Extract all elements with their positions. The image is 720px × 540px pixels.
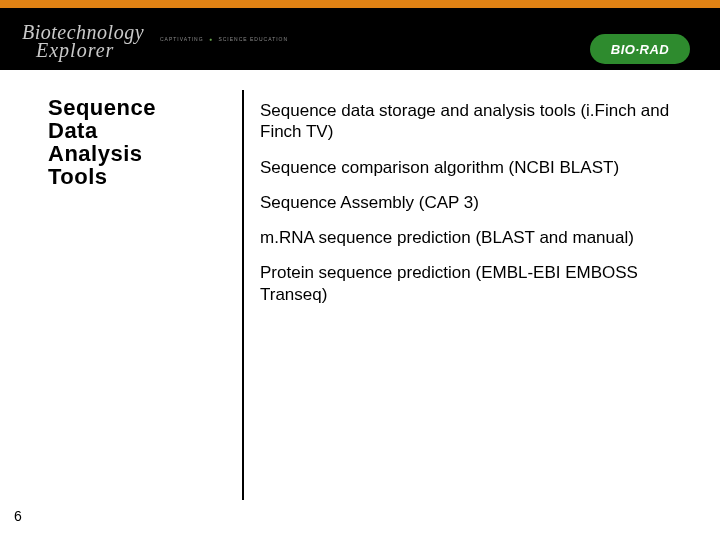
biorad-logo: BIO·RAD <box>590 34 690 64</box>
bullet-3: Sequence Assembly (CAP 3) <box>260 192 690 213</box>
logo-tagline-right: SCIENCE EDUCATION <box>218 36 288 42</box>
accent-bar <box>0 0 720 8</box>
biorad-logo-text: BIO·RAD <box>611 42 669 57</box>
biotechnology-explorer-logo: Biotechnology Explorer CAPTIVATING ● SCI… <box>22 22 144 60</box>
logo-tagline-left: CAPTIVATING <box>160 36 204 42</box>
vertical-divider <box>242 90 244 500</box>
dot-icon: ● <box>209 36 213 42</box>
body-text: Sequence data storage and analysis tools… <box>260 100 690 319</box>
content-area: Sequence Data Analysis Tools Sequence da… <box>0 90 720 520</box>
title-line-1: Sequence <box>48 96 218 119</box>
title-line-3: Analysis <box>48 142 218 165</box>
bullet-4: m.RNA sequence prediction (BLAST and man… <box>260 227 690 248</box>
slide: Biotechnology Explorer CAPTIVATING ● SCI… <box>0 0 720 540</box>
bullet-1: Sequence data storage and analysis tools… <box>260 100 690 143</box>
title-line-2: Data <box>48 119 218 142</box>
bullet-5: Protein sequence prediction (EMBL-EBI EM… <box>260 262 690 305</box>
logo-line-2: Explorer <box>22 40 144 60</box>
logo-tagline: CAPTIVATING ● SCIENCE EDUCATION <box>160 36 288 42</box>
slide-title: Sequence Data Analysis Tools <box>48 96 218 188</box>
page-number: 6 <box>14 508 22 524</box>
header-bar: Biotechnology Explorer CAPTIVATING ● SCI… <box>0 8 720 70</box>
bullet-2: Sequence comparison algorithm (NCBI BLAS… <box>260 157 690 178</box>
title-line-4: Tools <box>48 165 218 188</box>
